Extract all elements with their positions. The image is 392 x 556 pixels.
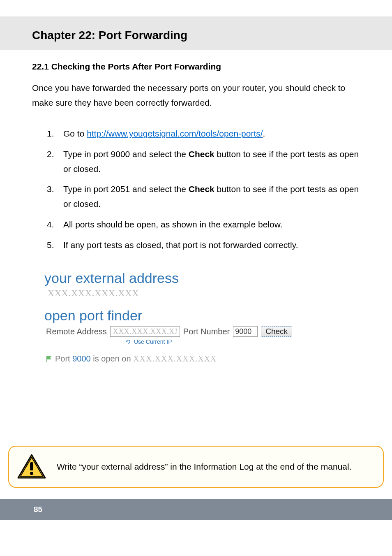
- port-number-input[interactable]: [233, 326, 258, 337]
- open-ports-link[interactable]: http://www.yougetsignal.com/tools/open-p…: [87, 129, 263, 138]
- page-number: 85: [34, 505, 42, 514]
- svg-point-2: [30, 472, 33, 475]
- result-ip: XXX.XXX.XXX.XXX: [133, 354, 217, 363]
- port-finder-form: Remote Address Port Number Check: [46, 326, 360, 337]
- external-address-heading: your external address: [44, 270, 360, 286]
- chapter-title: Chapter 22: Port Forwarding: [32, 29, 392, 42]
- result-text: is open on: [91, 354, 133, 363]
- use-current-ip-label: Use Current IP: [134, 338, 172, 345]
- warning-text: Write “your external address” in the Inf…: [57, 459, 352, 474]
- refresh-icon: [126, 339, 132, 344]
- step-text: If any port tests as closed, that port i…: [63, 238, 360, 253]
- step-number: 1.: [47, 126, 63, 141]
- step-5: 5. If any port tests as closed, that por…: [47, 238, 360, 253]
- port-result-line: Port 9000 is open on XXX.XXX.XXX.XXX: [45, 354, 360, 364]
- remote-address-label: Remote Address: [46, 327, 107, 336]
- steps-list: 1. Go to http://www.yougetsignal.com/too…: [32, 126, 360, 252]
- check-button[interactable]: Check: [261, 326, 292, 337]
- result-text: Port: [55, 354, 72, 363]
- step-text: Go to: [63, 129, 87, 138]
- step-1: 1. Go to http://www.yougetsignal.com/too…: [47, 126, 360, 141]
- page-footer: 85: [0, 499, 392, 520]
- step-number: 3.: [47, 182, 63, 211]
- use-current-ip-link[interactable]: Use Current IP: [126, 338, 360, 345]
- chapter-header: Chapter 22: Port Forwarding: [0, 16, 392, 50]
- external-address-value: XXX.XXX.XXX.XXX: [48, 288, 360, 299]
- warning-callout: Write “your external address” in the Inf…: [8, 446, 384, 488]
- step-text-bold: Check: [189, 184, 214, 194]
- svg-rect-1: [30, 462, 33, 470]
- step-text: All ports should be open, as shown in th…: [63, 217, 360, 232]
- step-text: .: [263, 129, 265, 138]
- svg-rect-0: [46, 356, 47, 362]
- port-number-label: Port Number: [183, 327, 230, 336]
- warning-icon: [17, 454, 46, 480]
- step-text: Type in port 9000 and select the: [63, 149, 189, 159]
- port-checker-screenshot: your external address XXX.XXX.XXX.XXX op…: [0, 258, 392, 364]
- step-number: 2.: [47, 147, 63, 176]
- section-intro: Once you have forwarded the necessary po…: [32, 81, 360, 110]
- step-number: 5.: [47, 238, 63, 253]
- flag-icon: [45, 355, 53, 363]
- section-title: 22.1 Checking the Ports After Port Forwa…: [32, 62, 360, 72]
- step-4: 4. All ports should be open, as shown in…: [47, 217, 360, 232]
- step-2: 2. Type in port 9000 and select the Chec…: [47, 147, 360, 176]
- result-port-number: 9000: [72, 354, 91, 363]
- remote-address-input[interactable]: [110, 326, 180, 337]
- step-number: 4.: [47, 217, 63, 232]
- step-3: 3. Type in port 2051 and select the Chec…: [47, 182, 360, 211]
- step-text: Type in port 2051 and select the: [63, 184, 189, 194]
- step-text-bold: Check: [189, 149, 214, 159]
- open-port-finder-heading: open port finder: [44, 308, 360, 324]
